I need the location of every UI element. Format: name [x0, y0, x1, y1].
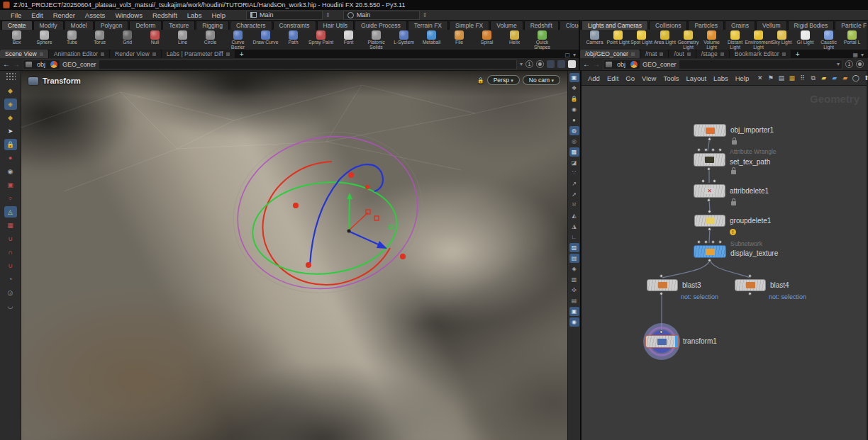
pin-view-icon[interactable]: ◉: [569, 105, 579, 114]
shelf-tab-create[interactable]: Create: [1, 21, 33, 30]
network-menu-help[interactable]: Help: [732, 74, 753, 82]
shelf-tube-tool[interactable]: Tube: [58, 30, 86, 45]
point-numbers-icon[interactable]: ¹²: [569, 201, 579, 210]
node-attribdelete1-input-0[interactable]: [701, 179, 705, 183]
shelf-tab-vellum[interactable]: Vellum: [756, 21, 787, 30]
pose-tool-icon[interactable]: ◈: [4, 98, 17, 110]
tab-animation-editor[interactable]: Animation Editor: [49, 50, 109, 58]
node-transform1[interactable]: [645, 335, 679, 348]
shaded-mode-icon[interactable]: ❖: [569, 84, 579, 93]
node-groupdelete1[interactable]: [694, 215, 725, 227]
net-path-segment-obj[interactable]: obj: [614, 60, 628, 69]
toolbar-grip-icon[interactable]: [6, 72, 16, 81]
tab-pane-menu-icon-0[interactable]: ▢: [564, 52, 570, 58]
vector-icon[interactable]: ➚: [569, 190, 579, 199]
shelf-tab-volume[interactable]: Volume: [490, 21, 523, 30]
shelf-sphere-tool[interactable]: Sphere: [30, 30, 58, 45]
jump-up-icon[interactable]: ⬆: [862, 74, 868, 83]
camera-view-icon[interactable]: [557, 60, 565, 68]
tab-obj-geo-coner-close-icon[interactable]: [631, 52, 635, 56]
material-display-icon[interactable]: ▩: [569, 147, 579, 157]
tab-mat[interactable]: /mat: [640, 50, 669, 58]
shelf-tab-texture[interactable]: Texture: [162, 21, 195, 30]
lock-camera-icon[interactable]: 🔒: [569, 94, 579, 103]
shade-tool-icon[interactable]: ◡: [4, 300, 17, 312]
shelf-l-system-tool[interactable]: L-System: [390, 30, 418, 45]
net-link-badge[interactable]: 1: [845, 60, 853, 68]
shelf-spot-light-tool[interactable]: Spot Light: [630, 30, 653, 45]
tab-bookmark-editor-close-icon[interactable]: [782, 52, 786, 56]
shelf-tab-guide-process[interactable]: Guide Process: [355, 21, 407, 30]
node-blast4[interactable]: [735, 279, 766, 291]
shelf-distant-light-tool[interactable]: Distant Light: [723, 30, 747, 50]
shelf-tab-particles[interactable]: Particles: [688, 21, 724, 30]
shelf-spiral-tool[interactable]: Spiral: [473, 30, 501, 45]
node-display_texture[interactable]: [694, 245, 726, 258]
bucket-icon[interactable]: ▣: [569, 307, 579, 316]
shelf-volume-light-tool[interactable]: Volume Light: [700, 30, 723, 50]
tab-add-tab-button[interactable]: +: [235, 50, 248, 58]
tab-labs-parameter-diff-close-icon[interactable]: [226, 52, 230, 56]
menu-labs[interactable]: Labs: [182, 11, 207, 19]
point-snap-icon[interactable]: ∪: [4, 233, 17, 244]
network-menu-add[interactable]: Add: [584, 74, 603, 82]
shelf-platonic-solids-tool[interactable]: Platonic Solids: [362, 30, 390, 50]
node-set_tex_path-input-1[interactable]: [704, 148, 708, 152]
right-path-field[interactable]: obj GEO_coner ▾: [603, 60, 842, 69]
tab-bookmark-editor[interactable]: Bookmark Editor: [730, 50, 791, 58]
node-set_tex_path[interactable]: [694, 153, 725, 167]
orbit-tool-icon[interactable]: ◶: [4, 287, 17, 298]
desktop-selector[interactable]: Main: [246, 11, 323, 20]
shelf-point-light-tool[interactable]: Point Light: [606, 30, 630, 45]
shelf-tab-modify[interactable]: Modify: [33, 21, 64, 30]
shelf-tab-model[interactable]: Model: [65, 21, 94, 30]
shelf-grid-tool[interactable]: Grid: [113, 30, 141, 45]
transform-gizmo[interactable]: [21, 71, 567, 440]
tab-render-view-close-icon[interactable]: [152, 52, 156, 56]
shelf-draw-curve-tool[interactable]: Draw Curve: [252, 30, 279, 45]
shelf-tab-hair-utils[interactable]: Hair Utils: [317, 21, 354, 30]
node-display_texture-input-0[interactable]: [697, 240, 701, 244]
shelf-curve-bezier-tool[interactable]: Curve Bezier: [224, 30, 252, 50]
node-set_tex_path-input-2[interactable]: [711, 148, 715, 152]
shelf-box-tool[interactable]: Box: [3, 30, 30, 45]
node-obj_importer1[interactable]: [694, 124, 726, 137]
sphere-display-icon[interactable]: ●: [569, 115, 579, 125]
node-display_texture-output-0[interactable]: [708, 259, 711, 262]
tab-pane-menu-icon-0[interactable]: ▦: [852, 52, 858, 58]
forward-arrow-icon[interactable]: →: [13, 60, 20, 68]
list-view-icon[interactable]: ▤: [777, 74, 786, 83]
menu-render[interactable]: Render: [48, 11, 80, 19]
net-path-segment-current[interactable]: GEO_coner: [640, 60, 679, 69]
select-arrow-icon[interactable]: ➤: [4, 125, 17, 137]
tab-pane-menu-icon-1[interactable]: ▾: [573, 52, 576, 58]
swap-pane-icon[interactable]: ⧉: [808, 74, 818, 83]
light-display-icon[interactable]: ◍: [569, 126, 579, 135]
grid-toggle-icon[interactable]: ▨: [569, 243, 579, 252]
prim-normals-icon[interactable]: ◭: [569, 211, 579, 220]
lock-tool-icon[interactable]: 🔒: [4, 139, 17, 150]
image-plane-icon[interactable]: ▥: [569, 275, 579, 284]
handles-tool-icon[interactable]: ◆: [4, 85, 17, 96]
shelf-path-tool[interactable]: Path: [279, 30, 307, 45]
select-edges-icon[interactable]: ◉: [4, 166, 17, 177]
shelf-file-tool[interactable]: File: [445, 30, 473, 45]
wrench-icon[interactable]: ✕: [755, 74, 764, 83]
shelf-tab-collisions[interactable]: Collisions: [649, 21, 687, 30]
left-path-field[interactable]: obj GEO_coner: [23, 60, 517, 69]
shelf-tab-simple-fx[interactable]: Simple FX: [449, 21, 489, 30]
shelf-geometry-light-tool[interactable]: Geometry Light: [677, 30, 700, 50]
net-path-dropdown-icon[interactable]: ▾: [837, 61, 840, 67]
shelf-tab-terrain-fx[interactable]: Terrain FX: [408, 21, 448, 30]
network-box-icon[interactable]: ▰: [840, 74, 850, 83]
shelf-caustic-light-tool[interactable]: Caustic Light: [817, 30, 840, 50]
two-bulb-icon[interactable]: ◎: [569, 137, 579, 146]
shelf-sky-light-tool[interactable]: Sky Light: [770, 30, 794, 45]
points-display-icon[interactable]: ∵: [569, 169, 579, 178]
shelf-tab-deform[interactable]: Deform: [129, 21, 162, 30]
back-arrow-icon[interactable]: ←: [3, 60, 10, 68]
menu-windows[interactable]: Windows: [110, 11, 148, 19]
tab-out[interactable]: /out: [669, 50, 695, 58]
network-menu-view[interactable]: View: [638, 74, 660, 82]
tab-out-close-icon[interactable]: [687, 52, 691, 56]
